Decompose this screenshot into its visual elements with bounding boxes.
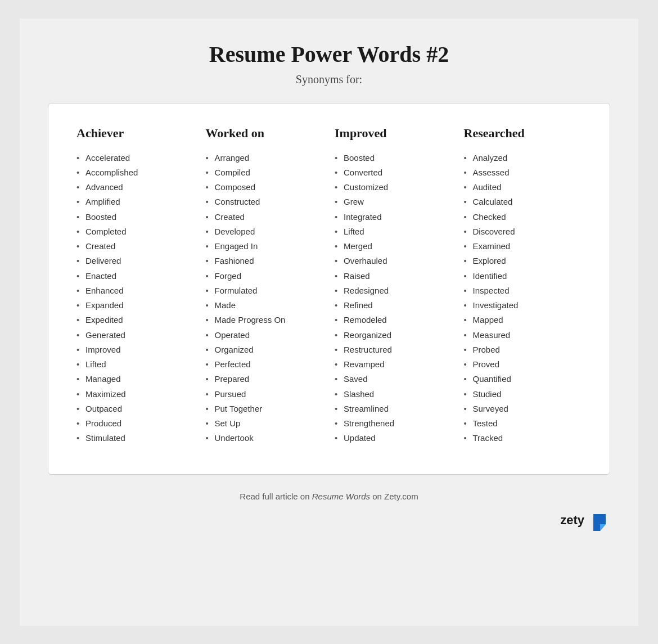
- word-item: Produced: [76, 416, 195, 431]
- word-item: Expedited: [76, 313, 195, 327]
- word-item: Strengthened: [335, 416, 453, 431]
- column-0: AchieverAcceleratedAccomplishedAdvancedA…: [76, 126, 195, 446]
- word-item: Raised: [335, 269, 453, 283]
- word-item: Tested: [464, 416, 582, 431]
- word-item: Undertook: [206, 431, 324, 445]
- word-item: Quantified: [464, 372, 582, 386]
- footer-link-text: Resume Words: [312, 492, 370, 501]
- columns-container: AchieverAcceleratedAccomplishedAdvancedA…: [76, 126, 582, 446]
- word-item: Remodeled: [335, 313, 453, 327]
- page-title: Resume Power Words #2: [209, 41, 449, 67]
- footer-text: Read full article on Resume Words on Zet…: [240, 492, 418, 501]
- word-item: Prepared: [206, 372, 324, 386]
- content-card: AchieverAcceleratedAccomplishedAdvancedA…: [48, 103, 610, 475]
- word-item: Grew: [335, 195, 453, 209]
- word-item: Managed: [76, 372, 195, 386]
- word-item: Outpaced: [76, 402, 195, 416]
- word-item: Assessed: [464, 165, 582, 180]
- word-item: Examined: [464, 239, 582, 254]
- word-item: Enhanced: [76, 283, 195, 298]
- column-header-3: Researched: [464, 126, 582, 141]
- word-item: Redesigned: [335, 283, 453, 298]
- word-item: Explored: [464, 254, 582, 268]
- word-item: Compiled: [206, 165, 324, 180]
- word-item: Fashioned: [206, 254, 324, 268]
- word-item: Revamped: [335, 357, 453, 372]
- word-item: Customized: [335, 180, 453, 195]
- svg-marker-0: [593, 514, 606, 531]
- word-item: Reorganized: [335, 328, 453, 343]
- word-item: Put Together: [206, 402, 324, 416]
- word-item: Probed: [464, 343, 582, 357]
- word-item: Improved: [76, 343, 195, 357]
- word-list-3: AnalyzedAssessedAuditedCalculatedChecked…: [464, 151, 582, 446]
- word-item: Mapped: [464, 313, 582, 327]
- word-item: Lifted: [76, 357, 195, 372]
- word-item: Inspected: [464, 283, 582, 298]
- word-item: Engaged In: [206, 239, 324, 254]
- column-header-1: Worked on: [206, 126, 324, 141]
- word-item: Proved: [464, 357, 582, 372]
- word-item: Studied: [464, 387, 582, 402]
- word-item: Completed: [76, 224, 195, 239]
- word-list-0: AcceleratedAccomplishedAdvancedAmplified…: [76, 151, 195, 446]
- word-item: Made Progress On: [206, 313, 324, 327]
- word-item: Boosted: [76, 210, 195, 224]
- word-item: Stimulated: [76, 431, 195, 445]
- word-item: Operated: [206, 328, 324, 343]
- column-2: ImprovedBoostedConvertedCustomizedGrewIn…: [335, 126, 453, 446]
- word-item: Organized: [206, 343, 324, 357]
- word-item: Enacted: [76, 269, 195, 283]
- word-item: Calculated: [464, 195, 582, 209]
- word-item: Lifted: [335, 224, 453, 239]
- word-item: Developed: [206, 224, 324, 239]
- word-item: Streamlined: [335, 402, 453, 416]
- word-item: Surveyed: [464, 402, 582, 416]
- word-item: Advanced: [76, 180, 195, 195]
- word-item: Merged: [335, 239, 453, 254]
- word-item: Arranged: [206, 151, 324, 165]
- page-subtitle: Synonyms for:: [296, 73, 362, 86]
- word-item: Made: [206, 298, 324, 313]
- footer-brand: zety: [48, 510, 610, 531]
- word-item: Overhauled: [335, 254, 453, 268]
- word-item: Saved: [335, 372, 453, 386]
- word-item: Formulated: [206, 283, 324, 298]
- word-item: Tracked: [464, 431, 582, 445]
- word-item: Expanded: [76, 298, 195, 313]
- word-list-2: BoostedConvertedCustomizedGrewIntegrated…: [335, 151, 453, 446]
- word-item: Slashed: [335, 387, 453, 402]
- brand-name: zety: [560, 513, 584, 528]
- column-3: ResearchedAnalyzedAssessedAuditedCalcula…: [464, 126, 582, 446]
- word-item: Measured: [464, 328, 582, 343]
- word-item: Constructed: [206, 195, 324, 209]
- column-1: Worked onArrangedCompiledComposedConstru…: [206, 126, 324, 446]
- word-item: Created: [76, 239, 195, 254]
- brand-icon: [589, 510, 610, 531]
- word-item: Updated: [335, 431, 453, 445]
- word-item: Analyzed: [464, 151, 582, 165]
- word-item: Created: [206, 210, 324, 224]
- svg-marker-1: [600, 524, 606, 531]
- word-item: Generated: [76, 328, 195, 343]
- word-list-1: ArrangedCompiledComposedConstructedCreat…: [206, 151, 324, 446]
- word-item: Forged: [206, 269, 324, 283]
- word-item: Delivered: [76, 254, 195, 268]
- column-header-0: Achiever: [76, 126, 195, 141]
- word-item: Amplified: [76, 195, 195, 209]
- word-item: Set Up: [206, 416, 324, 431]
- column-header-2: Improved: [335, 126, 453, 141]
- word-item: Checked: [464, 210, 582, 224]
- word-item: Audited: [464, 180, 582, 195]
- word-item: Discovered: [464, 224, 582, 239]
- page-wrapper: Resume Power Words #2 Synonyms for: Achi…: [20, 19, 638, 626]
- word-item: Boosted: [335, 151, 453, 165]
- word-item: Identified: [464, 269, 582, 283]
- word-item: Maximized: [76, 387, 195, 402]
- word-item: Integrated: [335, 210, 453, 224]
- word-item: Converted: [335, 165, 453, 180]
- word-item: Restructured: [335, 343, 453, 357]
- word-item: Investigated: [464, 298, 582, 313]
- word-item: Perfected: [206, 357, 324, 372]
- word-item: Pursued: [206, 387, 324, 402]
